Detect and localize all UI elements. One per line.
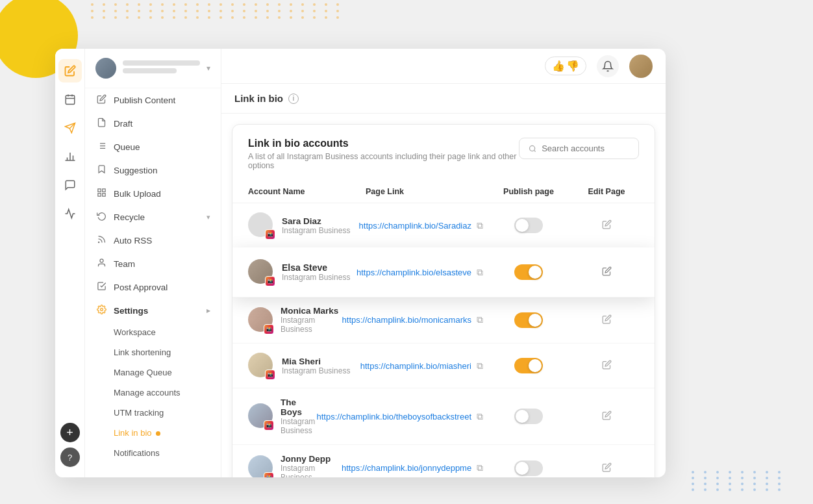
sidebar-bottom: + ?: [60, 423, 80, 467]
edit-cell-elsa: [574, 266, 639, 278]
card-title: Link in bio accounts: [248, 138, 519, 149]
edit-icon-elsa[interactable]: [602, 266, 612, 278]
publish-toggle-jonny[interactable]: [514, 460, 543, 476]
publish-toggle-sara[interactable]: [514, 218, 543, 233]
svg-point-21: [100, 259, 103, 262]
main-content: 👍 👎 Link in bio i Link in bio: [221, 49, 666, 477]
suggestion-icon: [95, 164, 107, 176]
user-avatar[interactable]: [629, 55, 653, 78]
nav-item-settings[interactable]: Settings ▸: [85, 299, 221, 322]
settings-chevron: ▸: [206, 307, 210, 315]
page-link-anchor[interactable]: https://champlink.bio/Saradiaz: [359, 221, 471, 231]
info-icon[interactable]: i: [288, 94, 299, 104]
sidebar-icon-send[interactable]: [58, 116, 82, 140]
help-button[interactable]: ?: [60, 447, 80, 467]
nav-item-publish[interactable]: Publish Content: [85, 88, 221, 112]
nav-item-queue[interactable]: Queue: [85, 135, 221, 158]
svg-rect-0: [66, 95, 75, 105]
svg-rect-17: [102, 189, 105, 192]
account-avatar: 📸: [248, 212, 274, 238]
publish-toggle-boys[interactable]: [514, 409, 543, 424]
edit-cell: [574, 220, 639, 231]
account-avatar-elsa: 📸: [248, 259, 274, 285]
notification-bell[interactable]: [597, 55, 619, 77]
card-title-area: Link in bio accounts A list of all Insta…: [248, 138, 519, 170]
nav-item-suggestion[interactable]: Suggestion: [85, 158, 221, 182]
thumbs-up-icon[interactable]: 👍: [552, 60, 565, 72]
nav-item-approval[interactable]: Post Approval: [85, 275, 221, 299]
publish-toggle-cell-elsa: [483, 264, 574, 280]
sidebar-icon-analytics[interactable]: [58, 202, 82, 225]
search-input[interactable]: [542, 144, 629, 153]
approval-icon: [95, 281, 107, 293]
edit-icon-sara[interactable]: [602, 220, 612, 231]
nav-item-draft[interactable]: Draft: [85, 112, 221, 135]
account-cell: 📸 Sara Diaz Instagram Business: [248, 212, 359, 238]
search-icon: [529, 144, 536, 153]
publish-toggle-elsa[interactable]: [514, 264, 543, 280]
page-link-anchor-elsa[interactable]: https://champlink.bio/elsasteve: [356, 268, 471, 277]
publish-toggle-monica[interactable]: [514, 312, 543, 328]
svg-point-20: [98, 242, 99, 242]
card-subtitle: A list of all Instagram Business account…: [248, 152, 519, 170]
link-bio-card: Link in bio accounts A list of all Insta…: [232, 124, 655, 477]
nav-header: ▾: [85, 49, 221, 88]
table-header: Account Name Page Link Publish page Edit…: [232, 181, 655, 203]
copy-icon-elsa[interactable]: ⧉: [477, 267, 483, 278]
sidebar-icon-calendar[interactable]: [58, 88, 82, 111]
publish-toggle-mia[interactable]: [514, 358, 543, 373]
search-box: [519, 138, 639, 159]
add-button[interactable]: +: [60, 423, 80, 442]
nav-avatar: [95, 58, 116, 79]
sub-item-link-in-bio[interactable]: Link in bio: [85, 423, 221, 443]
topbar: 👍 👎: [221, 49, 666, 84]
sub-item-utm[interactable]: UTM tracking: [85, 403, 221, 423]
card-header: Link in bio accounts A list of all Insta…: [232, 125, 655, 181]
settings-icon: [95, 305, 107, 316]
publish-toggle-cell: [483, 218, 574, 233]
team-icon: [95, 258, 107, 270]
sub-item-link-shortening[interactable]: Link shortening: [85, 342, 221, 362]
nav-item-autorss[interactable]: Auto RSS: [85, 229, 221, 252]
nav-sidebar: ▾ Publish Content Draft: [85, 49, 221, 477]
sub-item-workspace[interactable]: Workspace: [85, 322, 221, 342]
workspace-name: [123, 60, 200, 76]
nav-item-team[interactable]: Team: [85, 252, 221, 275]
instagram-badge: 📸: [265, 229, 275, 240]
bulk-icon: [95, 188, 107, 199]
table-row-boys: 📸 The Boys Instagram Business https://ch…: [232, 388, 655, 445]
svg-line-24: [534, 150, 535, 151]
sub-item-manage-queue[interactable]: Manage Queue: [85, 362, 221, 383]
feedback-buttons: 👍 👎: [545, 57, 586, 75]
table-row-jonny: 📸 Jonny Depp Instagram Business https://…: [232, 445, 655, 477]
svg-point-23: [529, 145, 534, 151]
page-link-cell: https://champlink.bio/Saradiaz ⧉: [359, 220, 483, 231]
sub-item-manage-accounts[interactable]: Manage accounts: [85, 383, 221, 403]
table-row-highlighted: 📸 Elsa Steve Instagram Business https://…: [232, 247, 655, 297]
nav-item-recycle[interactable]: Recycle ▾: [85, 205, 221, 229]
sub-item-notifications[interactable]: Notifications: [85, 443, 221, 463]
draft-icon: [95, 118, 107, 129]
copy-icon[interactable]: ⧉: [477, 220, 483, 231]
table-row-mia: 📸 Mia Sheri Instagram Business https://c…: [232, 344, 655, 388]
sidebar-icon-edit[interactable]: [58, 59, 82, 82]
app-shell: + ? ▾ Publish Content: [55, 49, 666, 477]
svg-point-22: [100, 309, 103, 311]
svg-rect-18: [102, 194, 105, 196]
autorss-icon: [95, 234, 107, 246]
nav-item-bulk[interactable]: Bulk Upload: [85, 182, 221, 205]
thumbs-down-icon[interactable]: 👎: [566, 60, 579, 72]
icon-sidebar: + ?: [55, 49, 85, 477]
page-title-bar: Link in bio i: [221, 84, 666, 114]
workspace-chevron[interactable]: ▾: [206, 64, 210, 73]
page-link-elsa: https://champlink.bio/elsasteve ⧉: [356, 267, 483, 278]
recycle-icon: [95, 211, 107, 223]
sidebar-icon-chart[interactable]: [58, 145, 82, 168]
page-title: Link in bio: [234, 93, 283, 104]
svg-rect-19: [97, 194, 100, 196]
sidebar-icon-chat[interactable]: [58, 173, 82, 197]
svg-rect-16: [97, 189, 100, 192]
recycle-chevron: ▾: [206, 213, 210, 221]
table-row-monica: 📸 Monica Marks Instagram Business https:…: [232, 297, 655, 344]
elsa-row-inner: 📸 Elsa Steve Instagram Business https://…: [232, 250, 655, 294]
